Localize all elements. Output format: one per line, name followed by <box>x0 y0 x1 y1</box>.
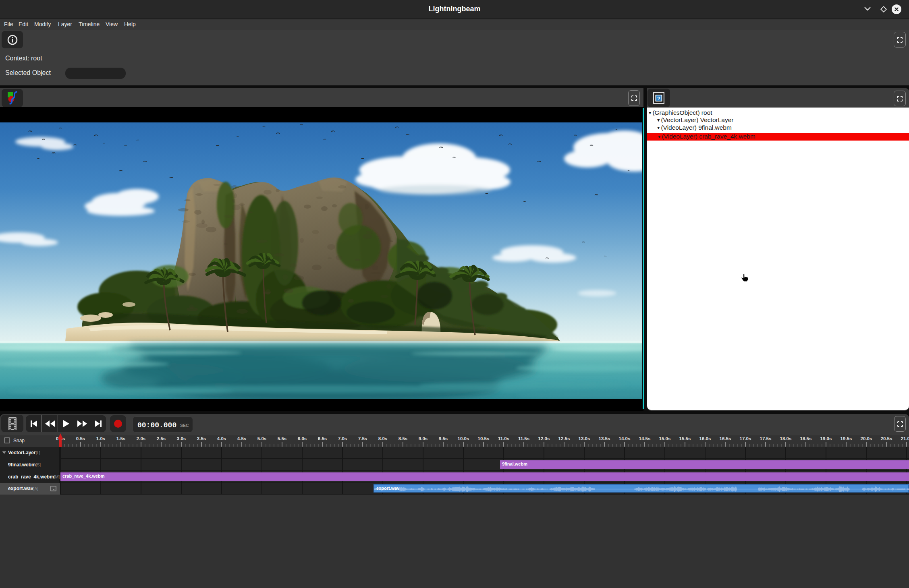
svg-text:?: ? <box>657 95 660 101</box>
